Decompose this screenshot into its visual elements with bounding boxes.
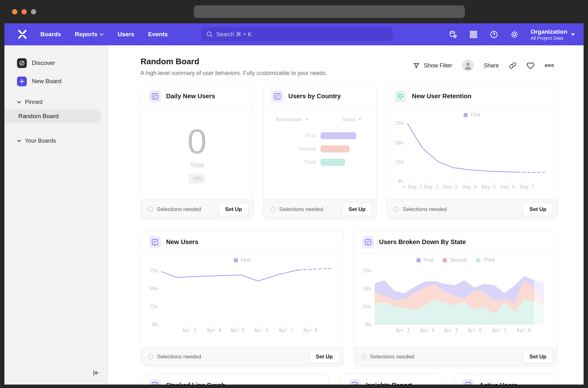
country-bar-list: First Second Third [269,132,371,172]
chart-legend: First Second Third [354,257,557,263]
bar-first [320,132,356,139]
copy-link-icon[interactable] [509,62,516,69]
svg-text:0%: 0% [152,322,158,328]
set-up-button[interactable]: Set Up [523,350,553,363]
gear-icon[interactable] [510,30,519,39]
svg-text:Apr 7: Apr 7 [492,328,506,333]
svg-text:Day 5: Day 5 [481,184,496,190]
selections-needed-status: Selections needed [148,354,201,360]
chevron-down-icon [571,33,575,36]
card-title: Users by Country [288,93,341,100]
selections-needed-status: Selections needed [361,354,414,360]
legend-item-first: First [417,257,433,263]
legend-label: First [470,112,480,118]
project-name: All Project Data [531,35,567,41]
retention-line-chart: 75%50%25%0%< Day 1Day 2Day 3Day 4Day 5Da… [389,118,556,191]
set-up-button[interactable]: Set Up [309,350,339,363]
organization-switcher[interactable]: Organization All Project Data [531,28,575,41]
more-options-icon[interactable] [545,63,554,68]
sidebar-item-random-board[interactable]: Random Board [4,109,101,123]
status-circle-icon [148,207,153,212]
nav-item-events[interactable]: Events [148,31,168,38]
card-users-by-state[interactable]: Users Broken Down By State First Second … [354,231,558,367]
metric-value: 0 [187,124,206,159]
card-new-users[interactable]: New Users First 75%50%25%0%Apr 3Apr 4Apr… [141,231,344,367]
nav-item-boards[interactable]: Boards [40,31,61,38]
card-new-user-retention[interactable]: New User Retention First 75%50%25%0%< Da… [386,85,558,219]
organization-name: Organization [531,28,567,36]
svg-text:Day 2: Day 2 [424,184,438,190]
window-zoom-button[interactable] [31,9,36,14]
help-icon[interactable] [490,30,498,39]
mixpanel-logo-icon[interactable] [17,29,28,40]
selections-needed-status: Selections needed [148,206,201,213]
set-up-button[interactable]: Set Up [342,203,372,216]
svg-text:75%: 75% [362,268,371,274]
status-circle-icon [271,207,275,212]
sidebar-item-new-board[interactable]: New Board [17,74,108,88]
apps-grid-icon[interactable] [469,30,478,39]
nav-item-users[interactable]: Users [118,31,134,38]
status-circle-icon [148,354,153,359]
bar-second [320,146,349,152]
bar-label: Second [269,146,316,152]
status-circle-icon [394,207,399,212]
nav-item-reports[interactable]: Reports [75,31,104,38]
sidebar-item-discover[interactable]: Discover [17,56,108,70]
window-titlebar [0,0,588,23]
board-actions: Show Filter Share [413,60,554,71]
data-management-icon[interactable] [449,30,457,39]
breakdown-dropdown[interactable]: Breakdown [276,117,308,123]
card-insights-report[interactable]: Insights Report [340,374,442,385]
card-daily-new-users[interactable]: Daily New Users 0 Total ↑0% Selections n… [141,85,253,219]
show-filter-button[interactable]: Show Filter [413,62,452,69]
section-label: Pinned [25,99,43,106]
card-footer: Selections needed Set Up [141,347,344,366]
svg-text:50%: 50% [395,140,404,146]
svg-text:Apr 6: Apr 6 [468,328,482,333]
search-icon [206,31,213,38]
bar-row: Third [269,159,371,166]
card-stacked-line-graph[interactable]: Stacked Line Graph [141,374,329,385]
legend-swatch [464,113,468,117]
stacked-area-chart: 75%50%25%0%Apr 3Apr 4Apr 5Apr 6Apr 7Apr … [356,265,556,335]
set-up-button[interactable]: Set Up [218,203,249,216]
page-subtitle: A high-level summary of user behaviors. … [141,70,327,77]
card-title: New User Retention [412,93,471,100]
nav-item-reports-label: Reports [75,31,97,38]
retention-grid-icon [395,90,407,102]
share-button[interactable]: Share [484,62,499,69]
bar-label: First [269,133,316,139]
chevron-down-icon [305,119,308,121]
svg-text:0%: 0% [398,179,404,184]
window-minimize-button[interactable] [21,9,27,14]
favorite-heart-icon[interactable] [527,62,534,70]
avatar[interactable] [462,60,474,71]
status-label: Selections needed [279,206,323,213]
card-users-by-country[interactable]: Users by Country Breakdown Value First [263,85,377,219]
chevron-down-icon [358,119,361,121]
bar-row: First [269,132,371,139]
legend-swatch [443,258,447,262]
line-chart-icon [349,379,361,385]
card-active-users[interactable]: Active Users [454,374,558,385]
set-up-button[interactable]: Set Up [523,203,553,216]
sidebar-collapse-icon[interactable] [91,368,101,378]
svg-text:25%: 25% [149,304,158,310]
sidebar-section-your-boards[interactable]: Your Boards [17,138,108,144]
nav-item-events-label: Events [148,31,168,38]
svg-text:Apr 3: Apr 3 [395,328,410,333]
legend-swatch [417,258,421,262]
card-title: Users Broken Down By State [379,238,466,246]
window-close-button[interactable] [12,9,17,14]
search-input[interactable]: Search ⌘ + K [201,27,393,41]
browser-address-bar[interactable] [194,5,465,18]
svg-text:0%: 0% [365,322,371,328]
status-label: Selections needed [157,354,201,360]
nav-item-users-label: Users [118,31,134,38]
value-dropdown[interactable]: Value [342,117,361,123]
sidebar-section-pinned[interactable]: Pinned [17,99,108,106]
page-title: Random Board [141,57,199,66]
line-chart-icon [149,90,161,102]
app-window: Boards Reports Users Events Search ⌘ + K [4,23,584,385]
